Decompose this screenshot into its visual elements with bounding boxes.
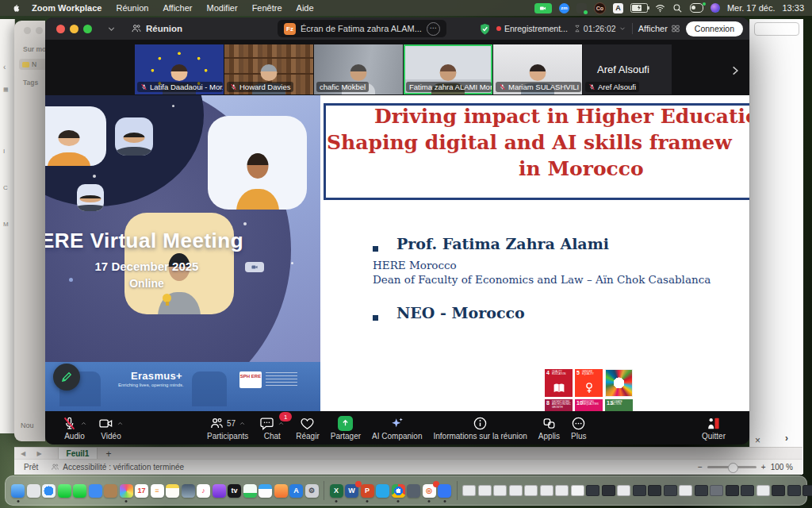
dock-app-icon[interactable]: X bbox=[330, 484, 343, 498]
toolbar-button[interactable]: Informations sur la réunion bbox=[433, 415, 527, 441]
zoom-in-button[interactable]: + bbox=[761, 463, 766, 471]
close-window-button[interactable] bbox=[56, 25, 65, 33]
finder-window[interactable]: Sur mo N Tags Nou bbox=[14, 21, 45, 441]
dock-app-icon[interactable]: ≡ bbox=[151, 484, 164, 498]
minimized-window-thumbnail[interactable] bbox=[695, 485, 708, 496]
menu-item[interactable]: Réunion bbox=[116, 3, 148, 13]
minimized-window-thumbnail[interactable] bbox=[617, 485, 630, 496]
dock-app-icon[interactable]: 17 bbox=[135, 484, 148, 498]
minimized-window-thumbnail[interactable] bbox=[540, 485, 553, 496]
sheet-tab-feuil1[interactable]: Feuil1 bbox=[58, 448, 98, 460]
battery-icon[interactable] bbox=[630, 3, 648, 13]
minimized-window-thumbnail[interactable] bbox=[726, 485, 739, 496]
dock-app-icon[interactable] bbox=[11, 484, 25, 498]
minimized-window-thumbnail[interactable] bbox=[524, 485, 538, 496]
dock-app-icon[interactable]: P bbox=[361, 484, 374, 498]
dock-app-icon[interactable]: ♪ bbox=[197, 484, 210, 498]
dock-app-icon[interactable] bbox=[243, 484, 257, 498]
chevron-up-icon[interactable] bbox=[117, 420, 124, 427]
siri-icon[interactable] bbox=[710, 3, 720, 13]
dock-app-icon[interactable]: ◎ bbox=[423, 484, 436, 498]
menu-item[interactable]: Afficher bbox=[163, 3, 192, 13]
apple-menu-icon[interactable] bbox=[11, 3, 21, 13]
minimized-window-thumbnail[interactable] bbox=[571, 485, 584, 496]
menu-app-name[interactable]: Zoom Workplace bbox=[32, 3, 102, 13]
zoom-out-button[interactable]: − bbox=[698, 463, 703, 471]
close-icon[interactable]: × bbox=[755, 435, 760, 446]
menu-item[interactable]: Modifier bbox=[207, 3, 238, 13]
dock-app-icon[interactable] bbox=[438, 484, 451, 498]
input-source-icon[interactable]: A bbox=[613, 3, 623, 13]
dock-app-icon[interactable] bbox=[27, 484, 40, 498]
minimized-window-thumbnail[interactable] bbox=[679, 485, 692, 496]
menubar-date[interactable]: Mer. 17 déc. bbox=[727, 3, 776, 13]
toolbar-button[interactable]: AI Companion bbox=[372, 415, 422, 441]
fullscreen-window-button[interactable] bbox=[83, 25, 92, 33]
dock-app-icon[interactable] bbox=[392, 484, 405, 498]
dock-app-icon[interactable]: ⚙ bbox=[305, 484, 319, 498]
minimize-window-button[interactable] bbox=[70, 25, 79, 33]
minimized-window-thumbnail[interactable] bbox=[493, 485, 507, 496]
toolbar-button[interactable]: Quitter bbox=[702, 415, 726, 441]
screen-share-tab[interactable]: Fz Écran de Fatima zahra ALAM... ⋯ bbox=[278, 20, 446, 37]
creative-cloud-icon[interactable]: Co bbox=[594, 2, 606, 14]
dock-app-icon[interactable] bbox=[259, 484, 272, 498]
minimized-window-thumbnail[interactable] bbox=[802, 485, 812, 496]
minimized-window-thumbnail[interactable] bbox=[756, 485, 770, 496]
minimized-window-thumbnail[interactable] bbox=[586, 485, 599, 496]
chevron-down-icon[interactable] bbox=[619, 25, 626, 33]
status-app-icon[interactable] bbox=[576, 3, 587, 13]
toolbar-button[interactable]: Réagir bbox=[296, 415, 319, 441]
view-button[interactable]: Afficher bbox=[638, 24, 680, 33]
toolbar-button[interactable]: Partager bbox=[331, 415, 361, 441]
dock-app-icon[interactable] bbox=[213, 484, 226, 498]
minimized-window-thumbnail[interactable] bbox=[787, 485, 801, 496]
window-control[interactable] bbox=[36, 27, 43, 34]
dock-app-icon[interactable] bbox=[407, 484, 420, 498]
minimized-window-thumbnail[interactable] bbox=[772, 485, 785, 496]
minimized-window-thumbnail[interactable] bbox=[741, 485, 754, 496]
dock-app-icon[interactable] bbox=[104, 484, 117, 498]
minimized-window-thumbnail[interactable] bbox=[509, 485, 523, 496]
dock-app-icon[interactable] bbox=[166, 484, 179, 498]
chevron-down-icon[interactable] bbox=[106, 24, 117, 34]
strip-next-button[interactable] bbox=[727, 60, 743, 81]
minimized-window-thumbnail[interactable] bbox=[602, 485, 615, 496]
dock-app-icon[interactable] bbox=[58, 484, 71, 498]
chevron-right-icon[interactable]: › bbox=[785, 433, 788, 444]
excel-search-input[interactable] bbox=[754, 22, 799, 36]
wifi-icon[interactable] bbox=[655, 3, 665, 13]
dock-app-icon[interactable] bbox=[274, 484, 288, 498]
toolbar-button[interactable]: Audio bbox=[62, 415, 87, 441]
menubar-time[interactable]: 13:33 bbox=[782, 3, 804, 13]
toolbar-button[interactable]: Vidéo bbox=[98, 415, 124, 441]
sheet-nav-arrows[interactable]: ◀ ▶ bbox=[21, 450, 47, 457]
minimized-window-thumbnail[interactable] bbox=[710, 485, 723, 496]
participant-tile[interactable]: Howard Davies bbox=[224, 44, 313, 94]
annotate-button[interactable] bbox=[53, 364, 80, 391]
zoom-menubar-icon[interactable]: zm bbox=[559, 3, 569, 13]
chevron-up-icon[interactable] bbox=[278, 420, 285, 427]
minimized-window-thumbnail[interactable] bbox=[462, 485, 476, 496]
dock-app-icon[interactable] bbox=[42, 484, 56, 498]
camera-in-use-icon[interactable] bbox=[534, 3, 552, 13]
participant-tile[interactable]: Aref Alsoufi Aref Alsoufi bbox=[583, 44, 672, 94]
dock-app-icon[interactable]: W bbox=[345, 484, 358, 498]
participant-tile[interactable]: Fatima zahra ALAMI Mor... bbox=[404, 44, 492, 94]
chevron-up-icon[interactable] bbox=[239, 420, 246, 427]
dock-app-icon[interactable]: A bbox=[289, 484, 303, 498]
dock-app-icon[interactable] bbox=[120, 484, 133, 498]
dock-app-icon[interactable] bbox=[73, 484, 86, 498]
menu-item[interactable]: Fenêtre bbox=[252, 3, 282, 13]
dock-app-icon[interactable]: tv bbox=[228, 484, 241, 498]
dock-app-icon[interactable] bbox=[89, 484, 102, 498]
minimized-window-thumbnail[interactable] bbox=[555, 485, 569, 496]
zoom-slider-knob[interactable] bbox=[728, 463, 738, 473]
minimized-window-thumbnail[interactable] bbox=[664, 485, 677, 496]
spotlight-search-icon[interactable] bbox=[672, 3, 683, 13]
security-shield-icon[interactable] bbox=[479, 23, 491, 35]
toolbar-button[interactable]: Plus bbox=[571, 415, 586, 441]
participant-tile[interactable]: chafic Mokbel bbox=[314, 44, 403, 94]
menu-item[interactable]: Aide bbox=[297, 3, 314, 13]
ellipsis-icon[interactable]: ⋯ bbox=[427, 22, 440, 36]
